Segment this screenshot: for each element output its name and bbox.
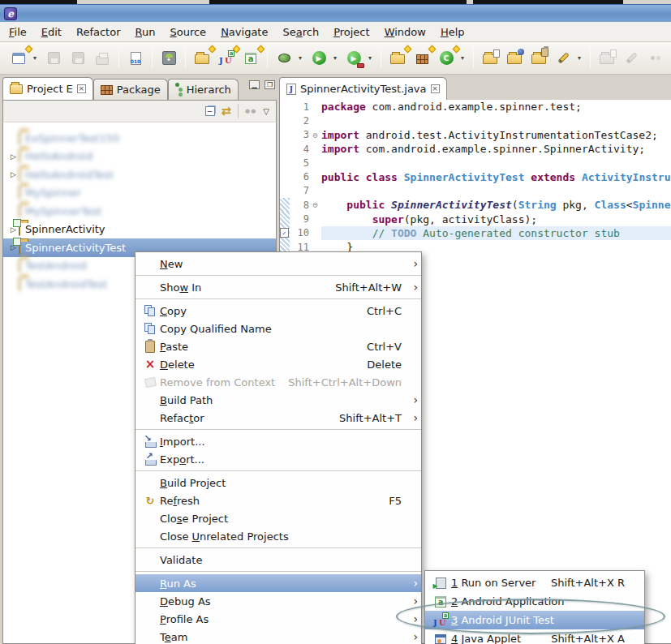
code-line-6[interactable]: 6public class SpinnerActivityTest extend…	[280, 170, 671, 183]
menu-item-build-project[interactable]: Build Project	[135, 474, 421, 492]
menu-item-debug-as[interactable]: Debug As›	[135, 592, 421, 610]
code-line-8[interactable]: 8⊖ public SpinnerActivityTest(String pkg…	[280, 198, 671, 212]
run-external-tools-dropdown-caret[interactable]: ▾	[368, 54, 375, 62]
menu-item-close-project[interactable]: Close Project	[135, 509, 421, 527]
toolbar-group: ▾	[5, 48, 116, 69]
menu-item-close-unrelated-projects[interactable]: Close Unrelated Projects	[135, 527, 421, 545]
menu-item-export[interactable]: Export...	[135, 450, 421, 468]
open-task-button[interactable]	[480, 48, 501, 69]
mark-occurrences-button[interactable]	[553, 48, 574, 69]
debug-button[interactable]	[273, 48, 295, 69]
menu-item-paste[interactable]: PasteCtrl+V	[135, 337, 421, 355]
tree-expander-icon[interactable]: ▷	[8, 170, 19, 178]
code-line-5[interactable]: 5	[280, 156, 671, 170]
collapse-all-icon[interactable]: −	[205, 106, 215, 116]
new-java-package-button[interactable]	[411, 48, 432, 69]
new-java-class-button[interactable]: C	[436, 48, 457, 69]
code-line-9[interactable]: 9 super(pkg, activityClass);	[280, 212, 671, 225]
android-sdk-manager-button[interactable]: ↓	[158, 48, 179, 69]
link-with-editor-icon[interactable]: ⇄	[222, 104, 232, 118]
tab-project-e[interactable]: Project E×	[2, 77, 93, 100]
tab-spinneractivitytest-java[interactable]: J SpinnerActivityTest.java ×	[279, 77, 447, 100]
menu-item-build-path[interactable]: Build Path›	[135, 391, 421, 409]
menubar-item-navigate[interactable]: Navigate	[213, 24, 275, 41]
tree-item-exspinnertest150[interactable]: ExSpinnerTest150	[3, 129, 276, 148]
code-line-7[interactable]: 7	[280, 184, 671, 198]
new-wizard-dropdown-caret[interactable]: ▾	[33, 54, 40, 62]
fold-marker-icon[interactable]: ⊖	[309, 200, 321, 209]
main-toolbar: ▾010↓JUaa▾▶▾▶▾C▾▾↓▾↑	[0, 42, 671, 75]
menu-item-refresh[interactable]: ↻RefreshF5	[135, 492, 421, 509]
run-button[interactable]: ▶	[308, 48, 329, 69]
task-folder-button[interactable]	[528, 48, 549, 69]
code-line-4[interactable]: 4import com.android.example.spinner.Spin…	[280, 142, 671, 156]
run-dropdown-caret[interactable]: ▾	[333, 54, 340, 62]
tab-hierarch[interactable]: Hierarch	[168, 79, 239, 100]
project-folder-icon	[19, 187, 20, 199]
menu-item-show-in[interactable]: Show InShift+Alt+W›	[135, 278, 421, 296]
close-view-tab-icon[interactable]: ×	[77, 84, 86, 93]
menu-item-label: Debug As	[160, 595, 211, 608]
menu-item-shortcut: Shift+Alt+X A	[551, 633, 631, 644]
menu-item-new[interactable]: New›	[135, 255, 421, 273]
new-android-test-project-button[interactable]: JUa	[216, 48, 237, 69]
menu-item-copy-qualified-name[interactable]: Copy Qualified Name	[135, 320, 421, 337]
code-line-10[interactable]: ✓10 // TODO Auto-generated constructor s…	[280, 226, 671, 240]
code-line-3[interactable]: 3⊖import android.test.ActivityInstrument…	[280, 128, 671, 142]
new-binary-file-button[interactable]: 010	[125, 48, 146, 69]
menu-item-shortcut: Ctrl+C	[367, 305, 408, 317]
tree-expander-icon[interactable]: ▷	[8, 152, 19, 161]
close-editor-tab-icon[interactable]: ×	[431, 84, 440, 93]
tree-item-helloandroidtest[interactable]: ▷HelloAndroidTest	[3, 165, 276, 184]
menu-item-copy[interactable]: CopyCtrl+C	[135, 302, 421, 320]
menubar-item-window[interactable]: Window	[377, 24, 433, 41]
menubar-item-source[interactable]: Source	[162, 24, 213, 41]
save-icon	[48, 52, 60, 64]
editor-tab-label: SpinnerActivityTest.java	[300, 83, 427, 95]
new-android-xml-button[interactable]: a	[240, 48, 261, 69]
new-wizard-button[interactable]	[8, 48, 29, 69]
tree-item-myspinner[interactable]: MySpinner	[3, 184, 276, 203]
menu-item-delete[interactable]: ×DeleteDelete	[135, 355, 421, 373]
new-android-project-button[interactable]	[191, 48, 213, 69]
project-folder-icon	[19, 278, 20, 290]
maximize-view-button[interactable]: ❒	[265, 80, 275, 89]
menu-item-team[interactable]: Team›	[135, 628, 421, 644]
menubar-item-help[interactable]: Help	[433, 24, 472, 41]
menu-item-refactor[interactable]: RefactorShift+Alt+T›	[135, 409, 421, 427]
tree-item-helloandroid[interactable]: ▷HelloAndroid	[3, 148, 276, 166]
menu-item-1-run-on-server[interactable]: 1 Run on ServerShift+Alt+X R	[425, 573, 644, 592]
debug-dropdown-caret[interactable]: ▾	[299, 54, 305, 62]
fold-marker-icon[interactable]: ⊖	[309, 131, 321, 140]
code-text: // TODO Auto-generated constructor stub	[321, 226, 671, 240]
code-line-1[interactable]: 1package com.android.example.spinner.tes…	[280, 100, 671, 114]
menu-item-shortcut: F5	[389, 495, 408, 507]
new-java-class-dropdown-caret[interactable]: ▾	[461, 54, 467, 62]
view-menu-icon[interactable]: ▽	[263, 107, 269, 116]
menu-item-2-android-application[interactable]: a2 Android Application	[425, 592, 644, 611]
menu-item-validate[interactable]: Validate	[135, 551, 421, 569]
search-folder-button[interactable]	[504, 48, 525, 69]
menubar-item-refactor[interactable]: Refactor	[69, 24, 128, 41]
menu-item-3-android-junit-test[interactable]: JUa3 Android JUnit Test	[425, 611, 644, 629]
menubar-item-file[interactable]: File	[2, 24, 34, 41]
import-icon	[140, 436, 160, 448]
menu-item-profile-as[interactable]: Profile As›	[135, 610, 421, 628]
menubar-item-edit[interactable]: Edit	[34, 24, 69, 41]
mark-occurrences-dropdown-caret[interactable]: ▾	[578, 54, 584, 62]
menu-item-label: Build Project	[160, 477, 226, 489]
minimize-view-button[interactable]: ▁	[249, 80, 260, 89]
submenu-arrow-icon: ›	[408, 577, 418, 589]
run-external-tools-button[interactable]: ▶	[343, 48, 364, 69]
menubar-item-search[interactable]: Search	[275, 24, 326, 41]
menu-item-import[interactable]: Import...	[135, 432, 421, 450]
menubar-item-project[interactable]: Project	[326, 24, 377, 41]
tree-item-spinneractivity[interactable]: ▷SpinnerActivity	[3, 221, 276, 239]
new-java-project-button[interactable]	[387, 48, 408, 69]
menu-item-run-as[interactable]: Run As›	[135, 574, 421, 592]
menubar-item-run[interactable]: Run	[128, 24, 163, 41]
menu-item-4-java-applet[interactable]: 4 Java AppletShift+Alt+X A	[425, 629, 644, 644]
code-line-2[interactable]: 2	[280, 114, 671, 127]
tree-item-myspinnertest[interactable]: MySpinnerTest	[3, 202, 276, 221]
tab-package[interactable]: Package	[93, 79, 168, 100]
